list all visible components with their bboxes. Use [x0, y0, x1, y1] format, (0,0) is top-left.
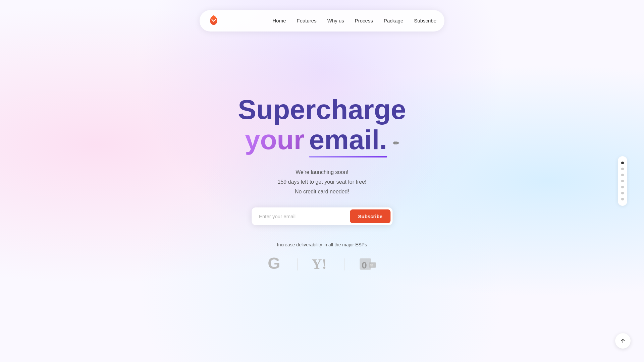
dot-1[interactable] [621, 162, 624, 164]
main-content: Supercharge your email. ✏ We're launchin… [238, 95, 406, 275]
esp-logos: G Y! 0 ✉ [253, 254, 391, 275]
dot-3[interactable] [621, 174, 624, 176]
nav-why-us[interactable]: Why us [327, 18, 344, 23]
nav-package[interactable]: Package [384, 18, 403, 23]
email-input[interactable] [254, 209, 350, 223]
dot-2[interactable] [621, 168, 624, 170]
navbar: Home Features Why us Process Package Sub… [200, 10, 444, 32]
esp-yahoo: Y! [298, 254, 344, 275]
hero-email-word: email. [309, 124, 387, 155]
dots-navigation [618, 156, 627, 206]
dot-6[interactable] [621, 192, 624, 194]
google-logo: G [266, 254, 284, 275]
hero-email-container: email. [309, 125, 387, 155]
dot-4[interactable] [621, 180, 624, 182]
navbar-logo[interactable] [208, 14, 220, 27]
esp-outlook: 0 ✉ [345, 256, 391, 273]
svg-text:✉: ✉ [370, 263, 373, 268]
scroll-to-top-button[interactable] [615, 333, 631, 349]
underline-decoration [309, 156, 387, 158]
svg-text:G: G [268, 254, 280, 272]
nav-home[interactable]: Home [273, 18, 286, 23]
svg-text:0: 0 [362, 260, 367, 270]
nav-features[interactable]: Features [297, 18, 317, 23]
nav-process[interactable]: Process [355, 18, 373, 23]
subtitle-line2: 159 days left to get your seat for free! [277, 179, 366, 185]
hero-title-line1: Supercharge [238, 95, 406, 125]
hero-your-word: your [245, 125, 305, 155]
email-form: Subscribe [252, 207, 392, 225]
navbar-links: Home Features Why us Process Package Sub… [273, 18, 437, 24]
dot-7[interactable] [621, 198, 624, 200]
outlook-logo: 0 ✉ [358, 256, 378, 273]
hero-subtitle: We're launching soon! 159 days left to g… [277, 168, 366, 196]
yahoo-logo: Y! [311, 254, 331, 275]
subscribe-button[interactable]: Subscribe [350, 209, 390, 223]
svg-text:Y!: Y! [312, 256, 326, 272]
deliverability-label: Increase deliverability in all the major… [277, 242, 367, 247]
dot-5[interactable] [621, 186, 624, 188]
subtitle-line1: We're launching soon! [296, 169, 348, 175]
deliverability-section: Increase deliverability in all the major… [253, 242, 391, 275]
subtitle-line3: No credit card needed! [295, 189, 349, 194]
nav-subscribe[interactable]: Subscribe [414, 18, 436, 23]
hero-title: Supercharge your email. ✏ [238, 95, 406, 155]
esp-google: G [253, 254, 297, 275]
hero-title-line2: your email. ✏ [238, 125, 406, 155]
edit-icon: ✏ [393, 139, 399, 147]
